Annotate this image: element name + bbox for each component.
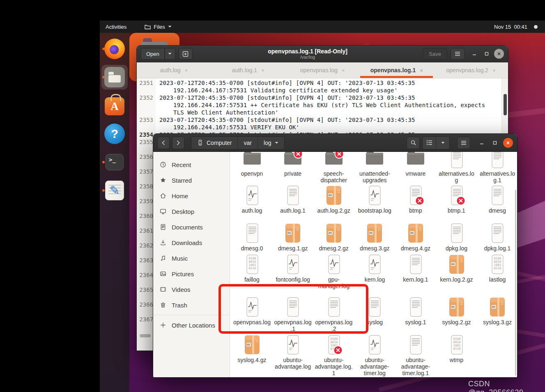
file-item-kern.log.2.gz[interactable]: kern.log.2.gz xyxy=(436,254,477,283)
activities-button[interactable]: Activities xyxy=(106,24,126,30)
dock-item-files[interactable] xyxy=(101,65,128,89)
file-item-dpkg.log.1[interactable]: dpkg.log.1 xyxy=(477,222,517,252)
tab-openvpnas.log.1[interactable]: openvpnas.log.1× xyxy=(359,62,434,78)
sidebar-item-documents[interactable]: Documents xyxy=(153,219,230,235)
file-item-faillog[interactable]: 0100001010010110faillog xyxy=(232,254,272,283)
breadcrumb-var[interactable]: var xyxy=(237,137,257,149)
file-item-syslog.4.gz[interactable]: syslog.4.gz xyxy=(232,334,272,363)
file-item-dmesg.2.gz[interactable]: dmesg.2.gz xyxy=(313,222,354,252)
files-minimize-button[interactable] xyxy=(477,138,487,148)
file-name: btmp.1 xyxy=(448,207,465,214)
gedit-menu-button[interactable] xyxy=(451,48,465,60)
file-item-dmesg.4.gz[interactable]: dmesg.4.gz xyxy=(395,222,436,252)
files-close-button[interactable] xyxy=(503,138,513,148)
file-name: openvpn xyxy=(241,170,263,177)
tab-auth.log.1[interactable]: auth.log.1× xyxy=(211,62,285,78)
file-item-dmesg.0[interactable]: dmesg.0 xyxy=(232,222,272,252)
file-item-lastlog[interactable]: 0100001010010110lastlog xyxy=(477,254,517,283)
back-button[interactable] xyxy=(157,137,170,149)
file-item-bootstrap.log[interactable]: bootstrap.log xyxy=(354,185,395,214)
file-item-ubuntu-advantage-timer.log[interactable]: ubuntu-advantage-timer.log xyxy=(354,334,395,376)
sidebar-item-pictures[interactable]: Pictures xyxy=(153,266,230,282)
gedit-minimize-button[interactable] xyxy=(469,49,479,59)
folder-icon xyxy=(145,24,151,30)
tab-close-icon[interactable]: × xyxy=(342,67,345,73)
tab-openvpnas.log[interactable]: openvpnas.log× xyxy=(285,62,360,78)
dock-item-help[interactable]: ? xyxy=(101,121,128,146)
sidebar-item-music[interactable]: Music xyxy=(153,250,230,266)
file-item-ubuntu-advantage-timer.log.1[interactable]: ubuntu-advantage-timer.log.1 xyxy=(395,334,436,376)
dock-item-text-editor[interactable]: ✎ xyxy=(101,178,128,203)
tab-close-icon[interactable]: × xyxy=(492,67,496,73)
file-item-private[interactable]: private xyxy=(273,152,313,177)
file-item-dmesg.3.gz[interactable]: dmesg.3.gz xyxy=(354,222,395,252)
file-name: dmesg xyxy=(489,207,506,214)
file-item-kern.log.1[interactable]: kern.log.1 xyxy=(395,254,436,283)
gedit-horizontal-scrollbar[interactable] xyxy=(140,334,151,337)
new-document-button[interactable] xyxy=(179,48,193,60)
running-indicator-dot xyxy=(102,189,105,192)
clock[interactable]: Nov 15 00:41 xyxy=(494,24,527,30)
file-item-btmp[interactable]: btmp xyxy=(395,185,436,214)
file-item-dmesg[interactable]: dmesg xyxy=(477,185,517,214)
desktop-screen: Activities Files Nov 15 00:41 A?>_✎ xyxy=(0,0,545,392)
file-item-vmware[interactable]: vmware xyxy=(395,152,436,177)
tab-auth.log[interactable]: auth.log× xyxy=(137,62,211,78)
dock-item-firefox[interactable] xyxy=(101,37,128,61)
sidebar-item-starred[interactable]: Starred xyxy=(153,172,230,188)
sidebar-item-downloads[interactable]: Downloads xyxy=(153,235,230,250)
file-item-alternatives.log[interactable]: alternatives.log xyxy=(436,152,477,183)
sidebar-item-desktop[interactable]: Desktop xyxy=(153,204,230,219)
dock-item-terminal[interactable]: >_ xyxy=(101,150,128,174)
breadcrumb-log[interactable]: log xyxy=(258,137,284,149)
chevron-right-icon xyxy=(176,140,181,146)
files-content[interactable]: openvpnprivatespeech-dispatcherunattende… xyxy=(230,152,517,377)
file-item-syslog.1[interactable]: syslog.1 xyxy=(395,296,436,326)
search-button[interactable] xyxy=(407,137,420,149)
folder-file-icon xyxy=(241,152,263,169)
view-dropdown-button[interactable] xyxy=(436,137,449,149)
line-number: 2353 xyxy=(137,116,157,131)
sidebar-item-home[interactable]: Home xyxy=(153,188,230,204)
tab-close-icon[interactable]: × xyxy=(420,67,423,73)
gedit-maximize-button[interactable] xyxy=(482,49,492,59)
file-item-btmp.1[interactable]: btmp.1 xyxy=(436,185,477,214)
file-item-alternatives.log.1[interactable]: alternatives.log.1 xyxy=(477,152,517,183)
scrollbar-thumb[interactable] xyxy=(504,94,507,115)
breadcrumb-computer[interactable]: Computer xyxy=(191,137,237,149)
gedit-close-button[interactable] xyxy=(494,49,504,59)
archive-file-icon xyxy=(323,222,345,244)
file-name: ubuntu-advantage-timer.log xyxy=(355,357,394,376)
tab-close-icon[interactable]: × xyxy=(185,67,188,73)
file-item-openvpn[interactable]: openvpn xyxy=(232,152,272,177)
file-item-fontconfig.log[interactable]: fontconfig.log xyxy=(273,254,313,283)
files-menu-button[interactable] xyxy=(457,137,470,149)
file-item-auth.log.2.gz[interactable]: auth.log.2.gz xyxy=(313,185,354,214)
open-dropdown-button[interactable] xyxy=(165,48,175,60)
file-item-syslog.3.gz[interactable]: syslog.3.gz xyxy=(477,296,517,326)
forward-button[interactable] xyxy=(172,137,184,149)
new-document-icon xyxy=(182,51,189,57)
chevron-down-icon xyxy=(441,142,445,144)
file-item-syslog.2.gz[interactable]: syslog.2.gz xyxy=(436,296,477,326)
list-view-button[interactable] xyxy=(423,137,436,149)
dock-item-ubuntu-software[interactable]: A xyxy=(101,93,128,118)
file-item-dmesg.1.gz[interactable]: dmesg.1.gz xyxy=(273,222,313,252)
file-item-ubuntu-advantage.log[interactable]: ubuntu-advantage.log xyxy=(273,334,313,370)
files-maximize-button[interactable] xyxy=(490,138,500,148)
file-item-auth.log[interactable]: auth.log xyxy=(232,185,272,214)
tab-openvpnas.log.2[interactable]: openvpnas.log.2× xyxy=(434,62,508,78)
app-menu-files[interactable]: Files xyxy=(145,24,171,30)
file-item-dpkg.log[interactable]: dpkg.log xyxy=(436,222,477,252)
open-button[interactable]: Open xyxy=(141,48,165,60)
file-item-auth.log.1[interactable]: auth.log.1 xyxy=(273,185,313,214)
file-item-speech-dispatcher[interactable]: speech-dispatcher xyxy=(313,152,354,183)
file-item-kern.log[interactable]: kern.log xyxy=(354,254,395,283)
tab-close-icon[interactable]: × xyxy=(261,67,264,73)
sidebar-item-recent[interactable]: Recent xyxy=(153,157,230,172)
file-item-wtmp[interactable]: 0100001010010110wtmp xyxy=(436,334,477,363)
save-button[interactable]: Save xyxy=(423,48,447,60)
file-item-ubuntu-advantage.log.1[interactable]: 0100001010010110ubuntu-advantage.log.1 xyxy=(313,334,354,376)
file-item-unattended-upgrades[interactable]: unattended-upgrades xyxy=(354,152,395,183)
chevron-down-icon xyxy=(168,25,172,28)
